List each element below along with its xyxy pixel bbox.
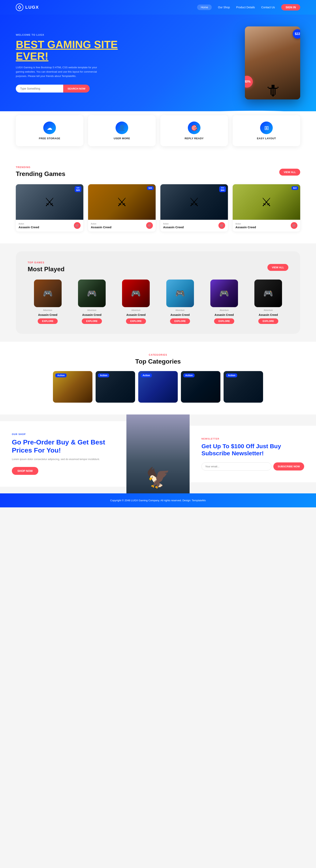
logo[interactable]: LUGX (16, 4, 39, 11)
trending-tag: TRENDING (16, 166, 65, 169)
shop-now-button[interactable]: SHOP NOW (12, 467, 38, 475)
game-name-4: Assasin Creed (235, 225, 256, 229)
game-old-price-3: $94 (221, 187, 224, 189)
game-text-4: Action Assasin Creed (235, 223, 256, 229)
nav-product-details[interactable]: Product Details (236, 6, 255, 9)
hero-title: BEST GAMING SITE EVER! (16, 39, 126, 62)
feature-easy-layout: ⊞ EASY LAYOUT (233, 115, 300, 146)
explore-btn-2[interactable]: EXPLORE (82, 318, 102, 324)
cat-card-2[interactable]: Action (95, 371, 135, 403)
played-img-6: 🎮 (254, 280, 282, 307)
game-text-1: Action Assasin Creed (19, 223, 39, 229)
feature-free-storage: ☁ FREE STORAGE (16, 115, 83, 146)
played-img-1: 🎮 (34, 280, 62, 307)
cat-card-5[interactable]: Action (224, 371, 263, 403)
game-image-2: ⚔ $44 (88, 184, 155, 220)
explore-btn-4[interactable]: EXPLORE (170, 318, 190, 324)
most-played-view-all[interactable]: VIEW ALL (267, 264, 288, 271)
game-bg-2: ⚔ (88, 184, 155, 220)
trending-grid: ⚔ $28 $20 Action Assasin Creed 🛒 ⚔ $44 (16, 184, 300, 231)
game-price-3: $44 (221, 189, 224, 191)
played-genre-4: Adventure (176, 309, 185, 311)
cat-card-4[interactable]: Action (181, 371, 221, 403)
game-image-1: ⚔ $28 $20 (16, 184, 83, 220)
game-image-3: ⚔ $94 $44 (161, 184, 228, 220)
explore-btn-1[interactable]: EXPLORE (38, 318, 58, 324)
played-name-3: Assasin Creed (126, 313, 146, 316)
game-name-3: Assasin Creed (163, 225, 184, 229)
promo-description: Lorem ipsum dolor consectetur adipiscing… (12, 457, 115, 461)
logo-icon (16, 4, 23, 11)
explore-btn-6[interactable]: EXPLORE (258, 318, 278, 324)
game-name-1: Assasin Creed (19, 225, 39, 229)
played-img-4: 🎮 (166, 280, 194, 307)
game-price-badge-4: $22 (291, 186, 298, 190)
game-price-1: $20 (76, 189, 80, 191)
search-button[interactable]: SEARCH NOW (63, 85, 90, 93)
most-played-grid: 🎮 Adventure Assasin Creed EXPLORE 🎮 Adve… (28, 280, 288, 324)
newsletter-form: SUBSCRIBE NOW (201, 462, 304, 470)
trending-game-3: ⚔ $94 $44 Action Assasin Creed 🛒 (161, 184, 228, 231)
promo-figure: 🦅 (146, 466, 170, 493)
game-price-badge-1: $28 $20 (75, 186, 81, 192)
footer: Copyright © 2048 LUGX Gaming Company. Al… (0, 493, 316, 507)
subscribe-button[interactable]: SUBSCRIBE NOW (274, 462, 304, 470)
game-genre-3: Action (163, 223, 184, 225)
hero-game-image: 🗡 (245, 26, 300, 99)
game-text-2: Action Assasin Creed (91, 223, 111, 229)
game-cart-btn-1[interactable]: 🛒 (74, 222, 81, 229)
played-card-1: 🎮 Adventure Assasin Creed EXPLORE (28, 280, 68, 324)
feature-label-reply: REPLY READY (185, 137, 204, 140)
played-genre-6: Adventure (264, 309, 273, 311)
newsletter-area: NEWSLETTER Get Up To $100 Off Just Buy S… (190, 426, 316, 482)
played-img-5: 🎮 (210, 280, 238, 307)
game-genre-4: Action (235, 223, 256, 225)
played-genre-1: Adventure (43, 309, 52, 311)
game-cart-btn-2[interactable]: 🛒 (146, 222, 153, 229)
nav-contact[interactable]: Contact Us (261, 6, 275, 9)
signin-button[interactable]: SIGN IN (281, 4, 300, 10)
hero-description: LUGX Gaming is free Bootstrap 5 HTML CSS… (16, 65, 103, 78)
hero-game-card: 🗡 $22 -40% (245, 26, 300, 99)
game-price-badge-3: $94 $44 (219, 186, 226, 192)
hero-subtitle: WELCOME TO LUGX (16, 33, 126, 36)
feature-reply-ready: 🎯 REPLY READY (161, 115, 228, 146)
game-price-badge-2: $44 (147, 186, 154, 190)
most-played-title-area: TOP GAMES Most Played (28, 261, 64, 274)
nav-home[interactable]: Home (197, 4, 211, 10)
played-bg-6: 🎮 (254, 280, 282, 307)
navbar: LUGX Home Our Shop Product Details Conta… (0, 0, 316, 14)
game-bg-3: ⚔ (161, 184, 228, 220)
game-old-price-1: $28 (77, 187, 79, 189)
newsletter-tag: NEWSLETTER (201, 438, 304, 440)
played-name-6: Assasin Creed (259, 313, 278, 316)
cat-card-3[interactable]: Action (138, 371, 178, 403)
most-played-title: Most Played (28, 266, 64, 273)
promo-center-image: 🦅 (126, 414, 190, 493)
promo-tag: OUR SHOP (12, 433, 115, 435)
trending-title-area: TRENDING Trending Games (16, 166, 65, 178)
game-text-3: Action Assasin Creed (163, 223, 184, 229)
categories-tag: CATEGORIES (16, 353, 300, 356)
feature-icon-reply: 🎯 (188, 122, 200, 134)
explore-btn-5[interactable]: EXPLORE (214, 318, 234, 324)
game-cart-btn-4[interactable]: 🛒 (291, 222, 297, 229)
email-input[interactable] (201, 462, 271, 470)
played-img-3: 🎮 (122, 280, 150, 307)
game-info-2: Action Assasin Creed 🛒 (88, 220, 155, 231)
game-price-4: $22 (293, 187, 297, 189)
search-input[interactable] (16, 85, 63, 93)
feature-user-more: 👤 USER MORE (88, 115, 155, 146)
promo-area: OUR SHOP Go Pre-Order Buy & Get Best Pri… (0, 421, 126, 487)
played-bg-3: 🎮 (122, 280, 150, 307)
explore-btn-3[interactable]: EXPLORE (126, 318, 146, 324)
trending-view-all[interactable]: VIEW ALL (279, 169, 300, 176)
game-cart-btn-3[interactable]: 🛒 (219, 222, 225, 229)
cat-card-1[interactable]: Action (53, 371, 92, 403)
played-name-1: Assasin Creed (38, 313, 57, 316)
cat-label-4: Action (183, 373, 195, 377)
feature-label-storage: FREE STORAGE (39, 137, 60, 140)
played-img-2: 🎮 (78, 280, 106, 307)
played-card-3: 🎮 Adventure Assasin Creed EXPLORE (116, 280, 156, 324)
nav-shop[interactable]: Our Shop (218, 6, 230, 9)
